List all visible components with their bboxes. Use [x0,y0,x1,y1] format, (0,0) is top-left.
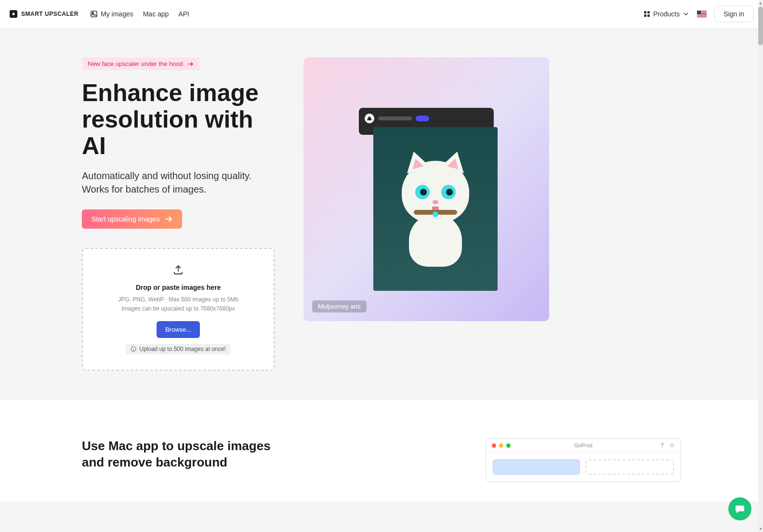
new-feature-badge[interactable]: New face upscaler under the hood [82,57,199,70]
arrow-right-icon [187,61,194,67]
mac-titlebar: GoProd [486,439,681,453]
mac-section: Use Mac app to upscale images and remove… [0,400,763,501]
header-right: Products Sign in [644,6,753,22]
dropzone-title: Drop or paste images here [98,284,258,291]
hero-title: Enhance image resolution with AI [82,80,275,159]
products-dropdown[interactable]: Products [644,10,689,18]
mac-window-title: GoProd [574,442,592,448]
badge-text: New face upscaler under the hood [88,60,183,67]
showcase-image [373,127,498,291]
mac-app-window: GoProd [486,438,681,482]
upload-dropzone[interactable]: Drop or paste images here JPG, PNG, WebP… [82,248,275,371]
window-controls [492,443,511,448]
dropzone-tip: Upload up to 500 images at once! [126,344,230,354]
gear-icon [669,442,675,448]
hero-left: New face upscaler under the hood Enhance… [82,57,275,371]
logo-text: SMART UPSCALER [21,11,79,17]
signin-button[interactable]: Sign in [714,6,753,22]
scroll-up-arrow[interactable]: ▲ [759,1,763,5]
svg-rect-3 [647,11,650,13]
chevron-down-icon [683,11,689,17]
scrollbar-thumb[interactable] [758,7,763,45]
nav-mac-app[interactable]: Mac app [143,10,169,18]
nav-label: API [178,10,189,18]
svg-rect-4 [644,14,646,17]
close-dot [492,443,496,448]
pin-icon [659,442,665,448]
dropzone-subtitle-2: Images can be upscaled up to 7680x7680px [98,304,258,313]
nav-my-images[interactable]: My images [90,10,133,18]
button-label: Start upscaling images [92,215,160,223]
placeholder-bar [378,117,412,120]
mac-window-body [486,453,681,481]
image-icon [90,10,98,18]
tip-text: Upload up to 500 images at once! [139,346,225,352]
mac-panel-dropzone [586,459,674,475]
nav-label: My images [101,10,133,18]
showcase-header [365,114,488,123]
mac-panel-active [493,459,580,475]
upload-icon [172,264,184,276]
cat-illustration [392,161,479,267]
placeholder-button [416,116,429,121]
nav-label: Mac app [143,10,169,18]
mac-window-actions [659,442,675,448]
hero-description: Automatically and without losing quality… [82,169,275,196]
scrollbar[interactable]: ▲ ▼ [758,0,763,501]
header-left: SMART UPSCALER My images Mac app API [10,10,189,18]
products-label: Products [653,10,680,18]
mac-section-title: Use Mac app to upscale images and remove… [82,438,275,471]
browse-button[interactable]: Browse... [157,321,200,338]
start-upscaling-button[interactable]: Start upscaling images [82,209,182,229]
svg-rect-5 [647,14,650,17]
dropzone-subtitle-1: JPG, PNG, WebP · Max 500 images up to 5M… [98,295,258,304]
maximize-dot [506,443,511,448]
showcase-window [359,108,494,135]
logo[interactable]: SMART UPSCALER [10,10,79,18]
nav-api[interactable]: API [178,10,189,18]
language-flag-us[interactable] [697,11,707,17]
svg-rect-2 [644,11,646,13]
hero-right: Midjourney arts [303,57,549,321]
hero-section: New face upscaler under the hood Enhance… [0,28,763,400]
showcase-card: Midjourney arts [303,57,549,321]
svg-point-7 [671,444,673,446]
info-icon [131,346,136,352]
nav-links: My images Mac app API [90,10,189,18]
header: SMART UPSCALER My images Mac app API Pro… [0,0,763,28]
arrow-right-icon [165,215,172,223]
grid-icon [644,11,650,17]
showcase-tag: Midjourney arts [312,300,367,312]
minimize-dot [499,443,503,448]
logo-icon [10,10,17,18]
midjourney-icon [365,114,374,123]
